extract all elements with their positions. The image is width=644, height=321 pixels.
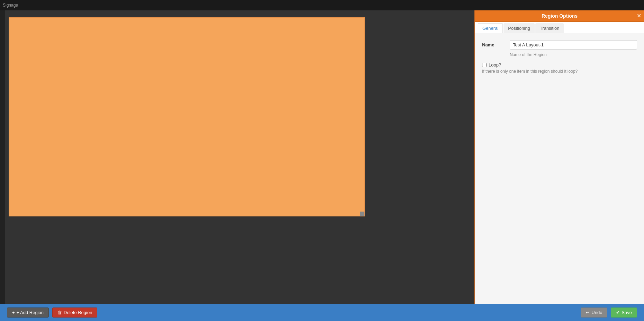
main-area: Region Options ✕ General Positioning Tra… xyxy=(0,10,644,304)
tab-transition[interactable]: Transition xyxy=(535,23,564,33)
name-row: Name xyxy=(482,40,637,50)
check-icon: ✔ xyxy=(616,310,620,315)
undo-label: Undo xyxy=(591,310,602,315)
undo-button[interactable]: ↩ Undo xyxy=(581,307,607,318)
delete-region-label: Delete Region xyxy=(64,310,92,315)
save-button[interactable]: ✔ Save xyxy=(611,307,637,318)
name-label: Name xyxy=(482,40,510,47)
save-label: Save xyxy=(622,310,632,315)
undo-icon: ↩ xyxy=(586,310,590,315)
name-input[interactable] xyxy=(510,40,637,50)
add-region-label: + Add Region xyxy=(17,310,44,315)
trash-icon: 🗑 xyxy=(57,310,62,315)
delete-region-button[interactable]: 🗑 Delete Region xyxy=(52,307,97,318)
resize-handle[interactable] xyxy=(360,212,364,216)
panel-tabs: General Positioning Transition xyxy=(475,22,644,33)
panel-body: Name Name of the Region Loop? If there i… xyxy=(475,33,644,304)
tab-general[interactable]: General xyxy=(478,23,503,33)
add-region-button[interactable]: + + Add Region xyxy=(7,307,49,318)
loop-row: Loop? xyxy=(482,62,637,68)
loop-label[interactable]: Loop? xyxy=(489,62,501,68)
canvas-area xyxy=(0,10,474,304)
close-button[interactable]: ✕ xyxy=(637,13,641,19)
bottom-bar: + + Add Region 🗑 Delete Region ↩ Undo ✔ … xyxy=(0,304,644,321)
bottom-bar-right: ↩ Undo ✔ Save xyxy=(581,307,637,318)
top-bar: Signage xyxy=(0,0,644,10)
bottom-bar-left: + + Add Region 🗑 Delete Region xyxy=(7,307,97,318)
panel-header: Region Options ✕ xyxy=(475,10,644,22)
name-help: Name of the Region xyxy=(510,52,637,57)
plus-icon: + xyxy=(12,310,15,315)
loop-help: If there is only one item in this region… xyxy=(482,69,637,74)
region-options-panel: Region Options ✕ General Positioning Tra… xyxy=(474,10,644,304)
loop-checkbox[interactable] xyxy=(482,63,487,67)
app-title: Signage xyxy=(3,3,18,8)
panel-title: Region Options xyxy=(542,13,578,19)
region-block[interactable] xyxy=(9,17,365,216)
tab-positioning[interactable]: Positioning xyxy=(504,23,535,33)
left-ruler xyxy=(0,10,5,304)
